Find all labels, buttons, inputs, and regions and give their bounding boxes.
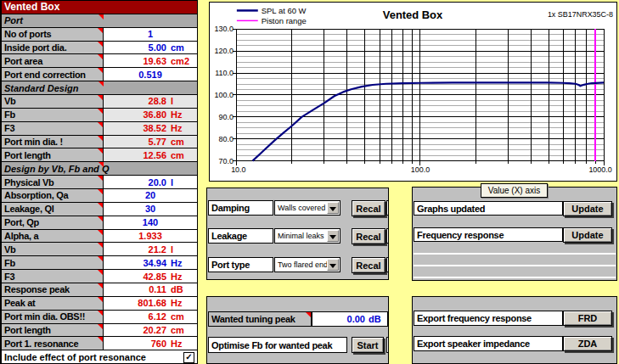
dropdown-selected-value: Minimal leaks (278, 232, 324, 240)
table-row: Physical Vb20.0l (2, 176, 197, 189)
comment-marker-icon (98, 203, 103, 208)
x-tick-label: 100.0 (411, 165, 430, 174)
leakage-dropdown[interactable]: Minimal leaks (274, 228, 340, 244)
recal-button[interactable]: Recal (352, 257, 385, 273)
row-label: Fb (2, 256, 104, 269)
comment-marker-icon (98, 256, 103, 261)
wanted-tuning-peak-input[interactable]: 0.00 dB (312, 311, 388, 327)
y-tick-label: 70.0 (218, 157, 233, 165)
export-row-label: Export speaker impedance (414, 336, 563, 351)
start-button[interactable]: Start (352, 337, 384, 353)
row-label-text: Inside port dia. (4, 42, 66, 53)
row-value: 42.85Hz (104, 270, 197, 283)
row-value[interactable]: 20.0l (104, 176, 197, 188)
y-tick-label: 130.0 (214, 25, 233, 33)
chevron-down-icon[interactable] (327, 230, 339, 242)
row-value-number: 140 (104, 217, 197, 227)
table-row: F342.85Hz (2, 270, 197, 283)
row-label: Vb (2, 243, 104, 255)
comment-marker-icon (98, 216, 103, 221)
comment-marker-icon (98, 42, 103, 47)
section-header-row: Standard Design (2, 81, 197, 95)
row-value[interactable]: 5.00cm (104, 42, 197, 54)
comment-marker-icon (98, 324, 103, 329)
row-label: No of ports (2, 28, 104, 41)
row-label: Absorption, Qa (2, 189, 104, 202)
chevron-down-icon[interactable] (327, 202, 339, 214)
table-row: Vb21.2l (2, 243, 197, 256)
row-value-unit: dB (166, 284, 197, 294)
x-tick-label: 1000.0 (588, 165, 611, 174)
row-label: Peak at (2, 297, 104, 310)
spacer-cell (386, 228, 389, 244)
section-header-label: Port (4, 15, 23, 25)
tuning-panel: Wanted tuning peak 0.00 dB Optimise Fb f… (206, 296, 389, 364)
y-tick-label: 80.0 (218, 135, 233, 143)
driver-annotation: 1x SB17NRX35C-8 (548, 10, 613, 19)
port-type-dropdown[interactable]: Two flared ends (274, 257, 340, 272)
table-row: Inside port dia.5.00cm (2, 42, 197, 55)
comment-marker-icon (98, 337, 103, 342)
row-label: Port, Qp (2, 216, 104, 229)
damping-dropdown[interactable]: Walls covered (274, 200, 340, 216)
table-row: Port end correction0.519 (2, 68, 197, 81)
row-label-text: Physical Vb (4, 177, 53, 188)
frd-export-button[interactable]: FRD (563, 311, 612, 326)
row-value[interactable]: 140 (104, 216, 197, 229)
row-value-unit: cm (166, 137, 197, 147)
row-label-text: No of ports (4, 29, 51, 39)
row-value[interactable]: 20 (104, 189, 197, 202)
row-label-text: Vb (4, 244, 15, 255)
wanted-tuning-peak-value: 0.00 (312, 314, 365, 324)
table-row: Response peak0.11dB (2, 283, 197, 297)
wanted-tuning-peak-text: Wanted tuning peak (211, 314, 295, 324)
table-title-row: Vented Box (2, 1, 197, 14)
export-row-text: Export speaker impedance (417, 339, 530, 349)
spacer-cell (386, 257, 389, 272)
checkbox-row-label: Include effect of port resonance (4, 352, 146, 362)
unibox-vented-box-app: { "colors": { "page_bg": "#FFFF99", "tab… (0, 0, 619, 364)
row-label-text: Port, Qp (4, 217, 39, 227)
update-row-label: Frequency response (414, 227, 563, 242)
row-label: Port min dia. OBS!! (2, 311, 104, 323)
row-value[interactable]: 1 (104, 28, 197, 41)
update-row-text: Frequency response (417, 230, 504, 240)
update-button[interactable]: Update (563, 201, 612, 216)
row-value[interactable]: 30 (104, 203, 197, 216)
setting-label: Damping (208, 200, 273, 216)
table-row: Port length12.56cm (2, 148, 197, 162)
row-value-number: 6.12 (104, 311, 166, 322)
update-row-text: Graphs updated (417, 204, 485, 214)
comment-marker-icon (98, 95, 103, 100)
row-value[interactable]: 34.94Hz (104, 256, 197, 269)
wanted-tuning-peak-unit: dB (365, 314, 387, 324)
comment-marker-icon (98, 230, 103, 235)
row-value-number: 0.519 (104, 70, 197, 80)
update-button[interactable]: Update (563, 227, 612, 243)
comment-marker-icon (98, 283, 103, 288)
row-value: 5.77cm (104, 136, 197, 148)
row-value-unit: cm (166, 325, 197, 335)
comment-marker-icon (306, 312, 311, 317)
comment-marker-icon (98, 297, 103, 302)
port-resonance-checkbox[interactable]: ✓ (183, 352, 194, 363)
comment-marker-icon (98, 81, 104, 87)
row-value-unit: Hz (166, 339, 197, 349)
table-row: Leakage, Ql30 (2, 203, 197, 216)
checkbox-row: Include effect of port resonance✓ (2, 350, 197, 363)
recal-button[interactable]: Recal (352, 200, 385, 216)
setting-label-text: Damping (211, 203, 250, 213)
row-value-unit: l (166, 244, 197, 255)
recal-button[interactable]: Recal (352, 228, 385, 244)
table-row: Port min dia. !5.77cm (2, 136, 197, 149)
chevron-down-icon[interactable] (327, 259, 339, 271)
row-value-number: 12.56 (104, 150, 166, 160)
row-value-unit: cm2 (166, 56, 197, 66)
zda-export-button[interactable]: ZDA (563, 336, 612, 351)
table-row: Fb36.80Hz (2, 109, 197, 122)
row-value-number: 20.0 (104, 177, 166, 188)
spacer-cell (386, 337, 389, 353)
row-value[interactable]: 0.519 (104, 68, 197, 81)
row-label: Physical Vb (2, 176, 104, 188)
row-value-number: 5.77 (104, 137, 166, 147)
